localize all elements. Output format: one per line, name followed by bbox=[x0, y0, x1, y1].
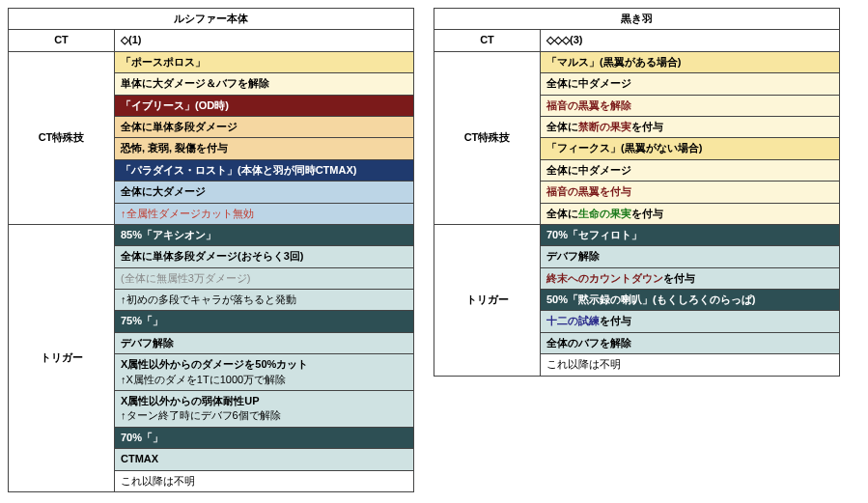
left-row: ↑全属性ダメージカット無効 bbox=[115, 203, 414, 224]
right-section-trigger: トリガー bbox=[434, 224, 541, 376]
em: 生命の果実 bbox=[578, 208, 631, 219]
right-row: 70%「セフィロト」 bbox=[541, 224, 840, 245]
right-ct-label: CT bbox=[434, 30, 541, 51]
left-ct-value: ◇(1) bbox=[115, 30, 414, 51]
left-row-sub: ↑X属性のダメを1Tに1000万で解除 bbox=[121, 373, 407, 387]
right-row: 「マルス」(黒翼がある場合) bbox=[541, 51, 840, 72]
right-row: 全体に禁断の果実を付与 bbox=[541, 116, 840, 137]
left-title: ルシファー本体 bbox=[9, 9, 414, 30]
left-section-ct: CT特殊技 bbox=[9, 51, 115, 224]
em: 十二の試練 bbox=[546, 315, 600, 326]
right-row: 全体に生命の果実を付与 bbox=[541, 203, 840, 224]
left-row: 単体に大ダメージ＆バフを解除 bbox=[115, 73, 414, 95]
left-table: ルシファー本体 CT ◇(1) CT特殊技 「ポースポロス」 単体に大ダメージ＆… bbox=[8, 8, 414, 492]
text: を付与 bbox=[600, 315, 631, 326]
left-row: (全体に無属性3万ダメージ) bbox=[115, 267, 414, 289]
left-row: 70%「」 bbox=[115, 427, 414, 448]
right-row: 「フィークス」(黒翼がない場合) bbox=[541, 138, 840, 159]
left-section-trigger: トリガー bbox=[9, 224, 115, 491]
right-row: 全体に中ダメージ bbox=[541, 73, 840, 95]
left-row: X属性以外からのダメージを50%カット ↑X属性のダメを1Tに1000万で解除 bbox=[115, 354, 414, 391]
left-ct-label: CT bbox=[9, 30, 115, 51]
right-ct-value: ◇◇◇(3) bbox=[541, 30, 840, 51]
right-row: 福音の黒翼を解除 bbox=[541, 95, 840, 116]
left-row: 「イブリース」(OD時) bbox=[115, 95, 414, 116]
left-row-sub: ↑ターン終了時にデバフ6個で解除 bbox=[121, 408, 407, 423]
right-row: 全体のバフを解除 bbox=[541, 332, 840, 353]
right-row: デバフ解除 bbox=[541, 246, 840, 267]
left-row: 75%「」 bbox=[115, 311, 414, 332]
left-row: 恐怖, 衰弱, 裂傷を付与 bbox=[115, 138, 414, 159]
left-row: 全体に単体多段ダメージ bbox=[115, 116, 414, 137]
left-row: X属性以外からの弱体耐性UP ↑ターン終了時にデバフ6個で解除 bbox=[115, 391, 414, 428]
right-row: 福音の黒翼を付与 bbox=[541, 182, 840, 203]
left-row: 全体に単体多段ダメージ(おそらく3回) bbox=[115, 246, 414, 267]
left-row: 85%「アキシオン」 bbox=[115, 224, 414, 245]
right-title: 黒き羽 bbox=[434, 9, 840, 30]
right-table: 黒き羽 CT ◇◇◇(3) CT特殊技 「マルス」(黒翼がある場合) 全体に中ダ… bbox=[434, 8, 840, 377]
left-row-text: X属性以外からのダメージを50%カット bbox=[121, 357, 407, 372]
right-row: これ以降は不明 bbox=[541, 354, 840, 376]
left-row: デバフ解除 bbox=[115, 332, 414, 353]
left-row: 「ポースポロス」 bbox=[115, 51, 414, 72]
left-row-text: X属性以外からの弱体耐性UP bbox=[121, 394, 407, 408]
right-row: 終末へのカウントダウンを付与 bbox=[541, 267, 840, 289]
text: を付与 bbox=[631, 121, 663, 132]
em: 終末へのカウントダウン bbox=[546, 272, 663, 284]
text: 全体に bbox=[546, 121, 578, 132]
left-row: 全体に大ダメージ bbox=[115, 182, 414, 203]
right-section-ct: CT特殊技 bbox=[434, 51, 541, 224]
text: を付与 bbox=[663, 272, 695, 284]
left-row: ↑初めの多段でキャラが落ちると発動 bbox=[115, 290, 414, 311]
text: を付与 bbox=[631, 208, 663, 219]
left-row: これ以降は不明 bbox=[115, 470, 414, 491]
right-row: 十二の試練を付与 bbox=[541, 311, 840, 332]
text: 全体に bbox=[546, 208, 578, 219]
right-row: 50%「黙示録の喇叭」(もくしろくのらっぱ) bbox=[541, 290, 840, 311]
em: 禁断の果実 bbox=[578, 121, 631, 132]
right-row: 全体に中ダメージ bbox=[541, 159, 840, 181]
left-row: 「パラダイス・ロスト」(本体と羽が同時CTMAX) bbox=[115, 159, 414, 181]
left-row: CTMAX bbox=[115, 449, 414, 470]
